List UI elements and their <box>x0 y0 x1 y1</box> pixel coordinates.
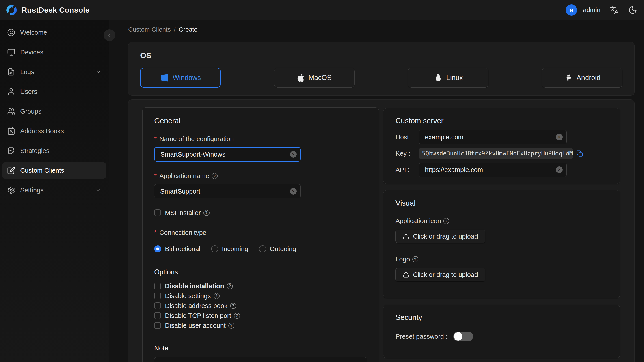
sidebar-item-custom-clients[interactable]: Custom Clients <box>2 162 106 179</box>
breadcrumb-current: Create <box>179 26 198 33</box>
apple-icon <box>297 74 304 82</box>
host-input[interactable] <box>419 130 567 144</box>
breadcrumb-parent[interactable]: Custom Clients <box>128 26 171 33</box>
security-title: Security <box>396 313 608 322</box>
monitor-icon <box>7 48 15 56</box>
sidebar-item-label: Devices <box>20 48 43 56</box>
os-panel-title: OS <box>140 51 622 60</box>
users-icon <box>7 107 15 115</box>
visual-card: Visual Application icon ? Click or drag … <box>383 190 620 298</box>
language-icon[interactable] <box>610 6 619 14</box>
os-button-label: Windows <box>173 74 201 82</box>
msi-installer-checkbox[interactable] <box>154 210 161 216</box>
help-icon[interactable]: ? <box>234 313 240 319</box>
key-value: 5Qbwsde3unUcJBtrx9ZkvUmwFNoExHzpryHuPUdq… <box>422 150 576 157</box>
sidebar-item-label: Welcome <box>20 29 47 36</box>
sidebar-item-label: Settings <box>20 186 44 194</box>
radio-outgoing[interactable]: Outgoing <box>259 245 296 253</box>
sidebar-item-welcome[interactable]: Welcome <box>2 24 106 41</box>
security-card: Security Preset password : <box>383 305 620 358</box>
os-button-label: MacOS <box>308 74 332 82</box>
preset-password-toggle[interactable] <box>453 332 473 342</box>
sidebar-item-settings[interactable]: Settings <box>2 182 106 198</box>
disable-tcp-listen-port-checkbox[interactable] <box>154 312 161 319</box>
option-disable-address-book: Disable address book? <box>154 301 367 311</box>
edit-icon <box>7 166 15 174</box>
radio-icon[interactable] <box>211 245 218 252</box>
option-disable-user-account: Disable user account? <box>154 320 367 330</box>
sidebar-item-groups[interactable]: Groups <box>2 103 106 120</box>
api-label: API : <box>396 166 419 174</box>
avatar[interactable]: a <box>566 4 577 16</box>
note-textarea[interactable] <box>154 357 367 362</box>
sidebar-collapse-button[interactable] <box>104 29 115 41</box>
sidebar-item-devices[interactable]: Devices <box>2 44 106 60</box>
help-icon[interactable]: ? <box>230 303 236 309</box>
application-icon-upload-button[interactable]: Click or drag to upload <box>396 230 485 243</box>
disable-address-book-checkbox[interactable] <box>154 302 161 309</box>
os-button-macos[interactable]: MacOS <box>274 68 355 88</box>
api-row: API : × <box>396 163 608 177</box>
os-button-linux[interactable]: Linux <box>408 68 488 88</box>
help-icon[interactable]: ? <box>212 173 218 179</box>
gear-icon <box>7 186 15 194</box>
radio-bidirectional[interactable]: Bidirectional <box>154 245 200 253</box>
sidebar-item-users[interactable]: Users <box>2 83 106 100</box>
application-name-label: * Application name ? <box>154 172 367 180</box>
clear-host-icon[interactable]: × <box>556 134 563 140</box>
copy-key-icon[interactable] <box>576 150 583 157</box>
help-icon[interactable]: ? <box>204 210 210 216</box>
option-disable-settings: Disable settings? <box>154 291 367 301</box>
sidebar-item-strategies[interactable]: Strategies <box>2 142 106 159</box>
help-icon[interactable]: ? <box>227 283 233 289</box>
help-icon[interactable]: ? <box>214 293 220 299</box>
rustdesk-logo-icon <box>6 4 18 16</box>
strategy-document-icon <box>7 147 15 155</box>
clear-api-icon[interactable]: × <box>556 166 563 173</box>
preset-password-row: Preset password : <box>396 332 608 342</box>
config-name-input[interactable] <box>154 147 301 162</box>
clear-config-name-icon[interactable]: × <box>290 151 297 158</box>
key-label: Key : <box>396 150 419 157</box>
username[interactable]: admin <box>583 6 600 14</box>
breadcrumb-separator: / <box>174 26 176 33</box>
sidebar-item-label: Users <box>20 88 37 96</box>
linux-penguin-icon <box>434 74 442 82</box>
disable-installation-checkbox[interactable] <box>154 283 161 290</box>
connection-type-label: * Connection type <box>154 229 367 236</box>
application-name-input[interactable] <box>154 184 301 198</box>
os-button-android[interactable]: Android <box>542 68 622 88</box>
sidebar-item-logs[interactable]: Logs <box>2 64 106 80</box>
os-button-windows[interactable]: Windows <box>140 68 221 88</box>
sidebar-item-label: Groups <box>20 108 42 115</box>
general-card: General * Name of the configuration × * … <box>142 107 379 362</box>
main-content: Custom Clients / Create OS Windows MacOS <box>109 20 644 362</box>
radio-icon[interactable] <box>259 245 266 252</box>
clear-application-name-icon[interactable]: × <box>290 188 297 195</box>
breadcrumb: Custom Clients / Create <box>128 26 198 33</box>
logo-upload-button[interactable]: Click or drag to upload <box>396 268 485 281</box>
chevron-down-icon <box>95 187 102 193</box>
api-input[interactable] <box>419 163 567 177</box>
android-robot-icon <box>564 74 572 82</box>
windows-icon <box>160 74 169 82</box>
help-icon[interactable]: ? <box>443 218 449 224</box>
dark-mode-moon-icon[interactable] <box>628 6 637 14</box>
app-title: RustDesk Console <box>22 6 90 14</box>
note-label: Note <box>154 344 367 352</box>
chevron-down-icon <box>95 69 102 75</box>
user-icon <box>7 88 15 96</box>
preset-password-label: Preset password : <box>396 333 448 340</box>
radio-incoming[interactable]: Incoming <box>211 245 248 253</box>
help-icon[interactable]: ? <box>228 322 234 328</box>
help-icon[interactable]: ? <box>412 256 418 262</box>
config-name-label: * Name of the configuration <box>154 135 367 143</box>
options-title: Options <box>154 268 367 276</box>
disable-settings-checkbox[interactable] <box>154 292 161 299</box>
upload-icon <box>403 233 410 240</box>
sidebar-item-label: Logs <box>20 68 34 76</box>
disable-user-account-checkbox[interactable] <box>154 322 161 329</box>
sidebar-item-address-books[interactable]: Address Books <box>2 123 106 139</box>
os-panel: OS Windows MacOS Linux <box>128 42 634 96</box>
radio-icon[interactable] <box>154 245 161 252</box>
